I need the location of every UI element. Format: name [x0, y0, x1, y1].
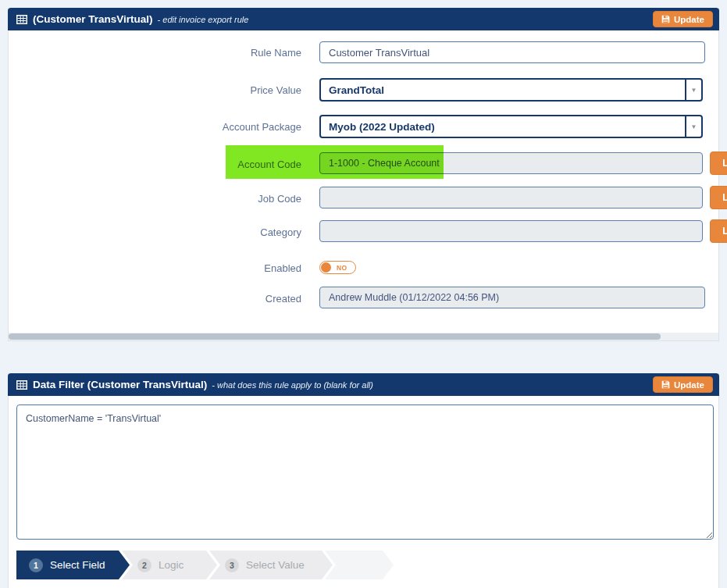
step-select-field[interactable]: 1 Select Field — [16, 551, 130, 579]
rule-name-input[interactable] — [319, 41, 705, 63]
rule-editor-panel: (Customer TransVirtual) - edit invoice e… — [8, 8, 719, 341]
account-code-list-button[interactable]: List — [710, 151, 727, 175]
price-value-selected: GrandTotal — [321, 80, 685, 100]
step-logic[interactable]: 2 Logic — [122, 551, 217, 579]
chevron-down-icon: ▼ — [685, 116, 701, 137]
update-filter-button[interactable]: Update — [653, 376, 713, 393]
step-select-value[interactable]: 3 Select Value — [209, 551, 333, 579]
job-code-label: Job Code — [9, 193, 301, 205]
price-value-label: Price Value — [9, 84, 301, 96]
category-field — [319, 220, 703, 242]
update-button-label: Update — [674, 15, 704, 24]
step-number-badge: 2 — [137, 558, 151, 572]
step-placeholder — [325, 551, 394, 579]
step-number-badge: 1 — [29, 558, 43, 572]
job-code-list-button[interactable]: List — [710, 186, 727, 209]
created-label: Created — [9, 293, 301, 305]
table-grid-icon — [16, 15, 27, 24]
step-label: Select Field — [50, 559, 105, 571]
step-label: Logic — [159, 559, 184, 571]
category-label: Category — [9, 226, 301, 238]
account-code-label: Account Code — [9, 159, 301, 170]
account-package-select[interactable]: Myob (2022 Updated) ▼ — [319, 115, 703, 138]
toggle-state-label: NO — [337, 264, 347, 272]
filter-expression-textarea[interactable]: CustomerName = 'TransVirtual' — [16, 404, 714, 540]
account-package-selected: Myob (2022 Updated) — [321, 116, 685, 137]
panel-subtitle: - edit invoice export rule — [158, 15, 249, 24]
rule-name-label: Rule Name — [9, 47, 301, 59]
price-value-select[interactable]: GrandTotal ▼ — [319, 78, 703, 102]
horizontal-scrollbar-track[interactable] — [9, 333, 718, 340]
enabled-label: Enabled — [9, 262, 301, 274]
update-button-label: Update — [674, 380, 704, 390]
panel-title: Data Filter (Customer TransVirtual) — [33, 379, 207, 390]
rule-editor-header: (Customer TransVirtual) - edit invoice e… — [8, 8, 719, 30]
toggle-knob — [321, 262, 331, 273]
category-list-button[interactable]: List — [710, 219, 727, 243]
data-filter-header: Data Filter (Customer TransVirtual) - wh… — [8, 373, 719, 396]
floppy-disk-icon — [661, 380, 670, 389]
enabled-toggle[interactable]: NO — [319, 261, 356, 274]
floppy-disk-icon — [661, 15, 670, 23]
table-grid-icon — [16, 380, 27, 390]
chevron-down-icon: ▼ — [685, 80, 701, 100]
account-code-field: 1-1000 - Cheque Account — [319, 152, 703, 174]
panel-title: (Customer TransVirtual) — [33, 13, 153, 25]
step-number-badge: 3 — [225, 558, 239, 572]
step-label: Select Value — [246, 559, 305, 571]
horizontal-scrollbar-thumb[interactable] — [9, 333, 661, 340]
update-rule-button[interactable]: Update — [653, 11, 713, 27]
job-code-field — [319, 187, 703, 208]
panel-subtitle: - what does this rule apply to (blank fo… — [212, 380, 373, 390]
filter-builder-steps: 1 Select Field 2 Logic 3 Select Value — [16, 551, 394, 579]
data-filter-panel: Data Filter (Customer TransVirtual) - wh… — [8, 373, 719, 588]
created-field: Andrew Muddle (01/12/2022 04:56 PM) — [319, 287, 705, 308]
account-package-label: Account Package — [9, 121, 301, 133]
